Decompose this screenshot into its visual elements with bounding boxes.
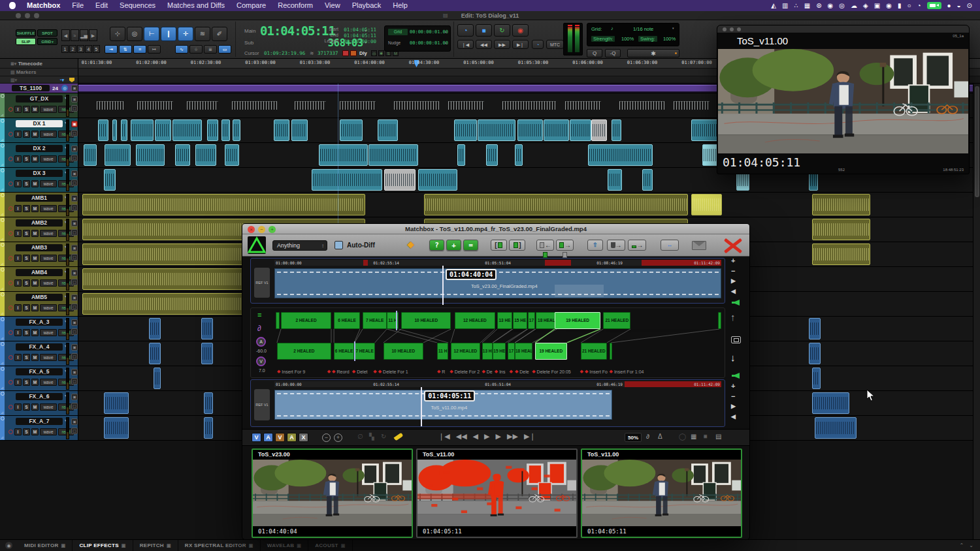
healed-segment-10-healed[interactable]: 10 HEALED bbox=[384, 343, 423, 360]
audio-clip[interactable] bbox=[809, 318, 821, 339]
track-freeze-alert-button[interactable]: ▣ bbox=[71, 121, 78, 127]
audio-clip[interactable] bbox=[612, 119, 621, 141]
clips-icon[interactable]: ▚ bbox=[369, 433, 374, 440]
window-layout-icon[interactable]: ▥ bbox=[782, 0, 788, 11]
track-m-button[interactable]: M bbox=[31, 403, 39, 411]
audio-clip[interactable] bbox=[104, 169, 116, 191]
zoom-left-button[interactable]: ◀ bbox=[61, 29, 70, 41]
spotlight-icon[interactable]: ○ bbox=[907, 0, 911, 11]
bottom-tab-clip-effects[interactable]: CLIP EFFECTS▣ bbox=[73, 540, 133, 551]
track-button-1[interactable]: ▣ bbox=[71, 245, 78, 251]
thumb-zoom-value[interactable]: 50% bbox=[625, 433, 642, 442]
conform-marker-dele[interactable]: ◆Dele bbox=[515, 369, 529, 374]
strength-value[interactable]: 100% bbox=[621, 36, 634, 42]
mtc-button[interactable]: MTC bbox=[546, 40, 564, 49]
box-arrow-icon[interactable]: ▣ bbox=[874, 0, 880, 11]
track-resize-grip[interactable]: ⊿ bbox=[1, 162, 4, 166]
track-button-2[interactable]: ▢ bbox=[71, 254, 78, 260]
audio-clip[interactable] bbox=[112, 119, 117, 141]
track-view-selector[interactable]: wave bbox=[40, 205, 57, 212]
fan-icon[interactable]: ● bbox=[947, 0, 951, 11]
audio-clip[interactable] bbox=[368, 144, 418, 166]
track-view-selector[interactable]: wave bbox=[40, 180, 57, 187]
healed-segment-13-he[interactable]: 13 HE bbox=[482, 343, 493, 360]
track-s-button[interactable]: S bbox=[23, 329, 30, 336]
audio-clip[interactable] bbox=[233, 119, 240, 141]
audio-clip[interactable] bbox=[207, 119, 218, 141]
users-icon[interactable]: ◒ bbox=[957, 0, 961, 11]
audio-clip[interactable] bbox=[104, 392, 129, 414]
track-resize-grip[interactable]: ⊿ bbox=[1, 187, 4, 191]
audio-clip[interactable] bbox=[154, 368, 161, 389]
conform-clips-button[interactable]: → bbox=[628, 240, 646, 251]
track-s-button[interactable]: S bbox=[23, 131, 30, 138]
track-button-1[interactable]: ▣ bbox=[71, 369, 78, 375]
target-audio-icon[interactable] bbox=[732, 373, 740, 379]
vertical-scrollbar[interactable] bbox=[973, 84, 980, 539]
matchbox-titlebar[interactable]: × − + Matchbox - ToS_v11.00.mp4_fr_ToS_v… bbox=[242, 224, 749, 234]
nudge-caret[interactable]: ▾ bbox=[445, 41, 447, 45]
track-i-button[interactable]: I bbox=[14, 180, 22, 187]
audio-clip[interactable] bbox=[104, 417, 129, 439]
audio-clip[interactable] bbox=[84, 144, 96, 166]
track-name-amb2[interactable]: AMB2 bbox=[16, 219, 63, 227]
expand-tabs-icon[interactable]: ◉ bbox=[5, 542, 12, 549]
mode-spot[interactable]: SPOT bbox=[37, 29, 57, 37]
audio-clip[interactable] bbox=[588, 144, 653, 166]
record-enable-button[interactable] bbox=[8, 355, 13, 360]
track-view-selector[interactable]: wave bbox=[40, 106, 57, 113]
channel-button-0-v[interactable]: V bbox=[252, 433, 261, 442]
menu-item-matchbox[interactable]: Matchbox bbox=[21, 0, 66, 11]
bottom-tab-rx-spectral-editor[interactable]: RX SPECTRAL EDITOR▣ bbox=[178, 540, 261, 551]
next-match-button[interactable]: ▶ bbox=[496, 432, 501, 441]
track-resize-grip[interactable]: ⊿ bbox=[1, 360, 4, 365]
record-enable-button[interactable] bbox=[8, 206, 13, 211]
rewind-button[interactable]: ◀◀ bbox=[476, 40, 492, 49]
zoom-in-icon[interactable]: + bbox=[334, 433, 342, 442]
audio-clip[interactable] bbox=[378, 119, 397, 141]
video-close-button[interactable] bbox=[723, 27, 727, 31]
add-match-button[interactable]: + bbox=[446, 240, 461, 251]
track-button-1[interactable]: ▣ bbox=[71, 394, 78, 400]
track-button-1[interactable]: ▣ bbox=[71, 220, 78, 227]
audio-clip[interactable] bbox=[204, 417, 213, 439]
audio-clip[interactable] bbox=[291, 119, 308, 141]
curve-icon[interactable]: ∂ bbox=[646, 433, 649, 440]
audio-clip[interactable] bbox=[812, 219, 870, 240]
prev-ref-icon[interactable]: ◀ bbox=[731, 288, 736, 294]
healed-segment-10-healed[interactable]: 10 HEALED bbox=[401, 312, 451, 329]
track-resize-grip[interactable]: ⊿ bbox=[1, 112, 4, 117]
track-i-button[interactable]: I bbox=[14, 329, 22, 336]
healed-segment-17[interactable]: 17 bbox=[508, 343, 515, 360]
record-enable-button[interactable] bbox=[8, 181, 13, 186]
track-name-fx-a-3[interactable]: FX_A_3 bbox=[16, 319, 63, 326]
healed-segment-13-he[interactable]: 13 HE bbox=[497, 312, 512, 329]
marker-flag-icon[interactable] bbox=[69, 78, 74, 82]
audio-clip[interactable] bbox=[319, 144, 368, 166]
healed-segment-21-healed[interactable]: 21 HEALED bbox=[581, 343, 607, 360]
go-last-match-button[interactable]: ▶❘ bbox=[524, 432, 536, 441]
video-gain-value[interactable]: 7.0 bbox=[259, 368, 265, 373]
audio-clip[interactable] bbox=[175, 144, 190, 166]
track-button-2[interactable]: ▢ bbox=[71, 180, 78, 186]
track-s-button[interactable]: S bbox=[23, 155, 30, 163]
track-toggle-icon[interactable] bbox=[1, 94, 5, 98]
track-button-1[interactable]: ▣ bbox=[71, 344, 78, 351]
zoom-preset-1[interactable]: 1 bbox=[61, 45, 69, 53]
healed-segment-18-heal[interactable]: 18 HEAL bbox=[536, 312, 557, 329]
track-name-ts-1100[interactable]: TS_1100 bbox=[12, 85, 50, 91]
track-toggle-icon[interactable] bbox=[1, 243, 5, 247]
track-button-1[interactable]: ▣ bbox=[71, 170, 78, 177]
track-name-dx-3[interactable]: DX 3 bbox=[16, 170, 63, 177]
swing-value[interactable]: 100% bbox=[663, 36, 676, 42]
healed-segment[interactable] bbox=[276, 312, 280, 329]
audio-clip[interactable] bbox=[136, 144, 165, 166]
audio-clip[interactable] bbox=[149, 318, 161, 339]
link-timeline-edit-toggle[interactable]: ⇅ bbox=[119, 45, 132, 54]
track-toggle-icon[interactable] bbox=[1, 417, 5, 420]
scroll-up-icon[interactable]: ⌃ bbox=[960, 543, 964, 548]
audio-clip[interactable] bbox=[812, 368, 820, 389]
audio-clip[interactable] bbox=[515, 144, 523, 166]
clock-source-button[interactable]: ◔ bbox=[532, 40, 544, 49]
audio-clip[interactable] bbox=[517, 119, 543, 141]
